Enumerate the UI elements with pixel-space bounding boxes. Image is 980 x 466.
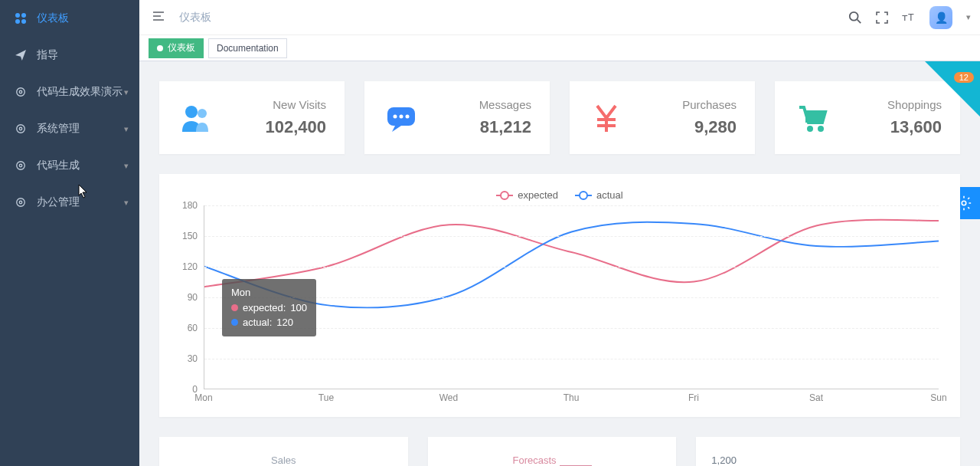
stat-value: 81,212 bbox=[479, 117, 531, 137]
chat-icon bbox=[383, 100, 420, 136]
panel-label: Forecasts bbox=[512, 455, 556, 466]
stat-card-visits[interactable]: New Visits 102,400 bbox=[159, 81, 345, 154]
svg-point-18 bbox=[962, 201, 966, 205]
tab-label: 仪表板 bbox=[168, 41, 195, 54]
svg-point-26 bbox=[807, 126, 813, 132]
caret-down-icon[interactable]: ▾ bbox=[966, 12, 971, 22]
sidebar-item-dashboard[interactable]: 仪表板 bbox=[0, 0, 139, 37]
legend-label: actual bbox=[596, 189, 623, 201]
stat-title: New Visits bbox=[265, 98, 326, 111]
breadcrumb: 仪表板 bbox=[179, 11, 211, 25]
tooltip-title: Mon bbox=[231, 285, 307, 300]
svg-point-2 bbox=[15, 19, 20, 24]
stat-text: Purchases 9,280 bbox=[682, 98, 737, 137]
tooltip-row: expected: 100 bbox=[231, 300, 307, 316]
tooltip-value: 120 bbox=[276, 315, 293, 330]
gear-icon bbox=[14, 87, 28, 97]
chart-body[interactable]: 0306090120150180 MonTueWedThuFriSatSun M… bbox=[175, 205, 945, 405]
svg-point-9 bbox=[19, 164, 22, 167]
svg-line-16 bbox=[858, 19, 861, 23]
avatar[interactable]: 👤 bbox=[929, 6, 952, 29]
x-axis: MonTueWedThuFriSatSun bbox=[204, 392, 939, 405]
svg-point-15 bbox=[850, 11, 858, 20]
svg-point-11 bbox=[19, 201, 22, 204]
sidebar-item-office[interactable]: 办公管理 ▾ bbox=[0, 184, 139, 221]
legend-marker-icon bbox=[575, 195, 592, 196]
svg-point-3 bbox=[21, 19, 26, 24]
sidebar-item-codegen-demo[interactable]: 代码生成效果演示 ▾ bbox=[0, 74, 139, 110]
legend-actual[interactable]: actual bbox=[575, 189, 623, 201]
stats-row: New Visits 102,400 Messages 81,212 Purch… bbox=[159, 81, 960, 154]
svg-point-7 bbox=[19, 127, 22, 130]
svg-point-20 bbox=[198, 109, 207, 118]
content: 12 New Visits 102,400 Messages 8 bbox=[139, 61, 980, 466]
tooltip-row: actual: 120 bbox=[231, 315, 307, 330]
svg-point-22 bbox=[394, 114, 397, 118]
svg-point-10 bbox=[17, 199, 25, 207]
stat-card-messages[interactable]: Messages 81,212 bbox=[364, 81, 550, 154]
tab-documentation[interactable]: Documentation bbox=[208, 38, 287, 58]
search-icon[interactable] bbox=[848, 11, 862, 25]
svg-point-5 bbox=[19, 90, 22, 94]
stat-title: Purchases bbox=[682, 98, 737, 111]
stat-card-purchases[interactable]: Purchases 9,280 bbox=[570, 81, 755, 154]
sidebar-item-label: 系统管理 bbox=[37, 122, 80, 136]
badge-count: 12 bbox=[954, 72, 974, 83]
tooltip-label: actual: bbox=[243, 315, 272, 330]
svg-point-4 bbox=[17, 88, 25, 97]
chart-tooltip: Mon expected: 100 actual: 120 bbox=[222, 279, 316, 336]
main: 仪表板 ᴛT 👤 ▾ 仪表板 Documentation 12 bbox=[139, 0, 980, 466]
sidebar: 仪表板 指导 代码生成效果演示 ▾ 系统管理 ▾ 代码生成 ▾ 办公管理 ▾ bbox=[0, 0, 139, 466]
svg-point-6 bbox=[17, 125, 25, 133]
stat-text: Messages 81,212 bbox=[479, 98, 531, 137]
sidebar-item-system[interactable]: 系统管理 ▾ bbox=[0, 110, 139, 147]
dashboard-icon bbox=[14, 12, 28, 25]
sidebar-item-codegen[interactable]: 代码生成 ▾ bbox=[0, 147, 139, 184]
svg-point-1 bbox=[21, 13, 26, 18]
sidebar-item-label: 代码生成 bbox=[37, 159, 80, 172]
svg-point-23 bbox=[400, 114, 403, 118]
svg-point-27 bbox=[818, 126, 824, 132]
gear-icon bbox=[14, 197, 28, 208]
stat-value: 102,400 bbox=[265, 117, 326, 137]
fullscreen-icon[interactable] bbox=[876, 11, 888, 24]
stat-value: 13,600 bbox=[887, 117, 942, 137]
sidebar-item-label: 办公管理 bbox=[37, 195, 80, 209]
sidebar-item-label: 指导 bbox=[37, 48, 58, 62]
y-axis: 0306090120150180 bbox=[175, 205, 201, 389]
tooltip-label: expected: bbox=[243, 300, 286, 316]
sidebar-item-label: 代码生成效果演示 bbox=[37, 85, 122, 99]
panel-number[interactable]: 1,200 bbox=[696, 437, 960, 466]
svg-text:ᴛT: ᴛT bbox=[902, 12, 914, 23]
cart-icon bbox=[793, 100, 830, 136]
legend-marker-icon bbox=[496, 195, 513, 196]
bottom-panels: Sales Forecasts 1,200 bbox=[159, 437, 960, 466]
topbar: 仪表板 ᴛT 👤 ▾ bbox=[139, 0, 980, 35]
dot-icon bbox=[231, 319, 238, 326]
panel-forecasts[interactable]: Forecasts bbox=[428, 437, 677, 466]
people-icon bbox=[178, 100, 214, 136]
legend-expected[interactable]: expected bbox=[496, 189, 558, 201]
panel-label: 1,200 bbox=[711, 455, 737, 466]
corner-badge[interactable]: 12 bbox=[925, 61, 980, 116]
panel-sales[interactable]: Sales bbox=[159, 437, 408, 466]
chevron-down-icon: ▾ bbox=[124, 124, 129, 134]
svg-point-0 bbox=[15, 13, 20, 18]
topbar-actions: ᴛT 👤 ▾ bbox=[848, 6, 971, 29]
stat-title: Messages bbox=[479, 98, 531, 111]
chevron-down-icon: ▾ bbox=[124, 161, 129, 171]
panel-label: Sales bbox=[271, 455, 296, 466]
tabs: 仪表板 Documentation bbox=[139, 35, 980, 61]
legend-label: expected bbox=[518, 189, 558, 201]
svg-point-19 bbox=[185, 106, 198, 118]
svg-rect-25 bbox=[805, 112, 824, 123]
sidebar-item-guide[interactable]: 指导 bbox=[0, 37, 139, 74]
hamburger-icon[interactable] bbox=[149, 6, 168, 29]
line-chart: expected actual 0306090120150180 MonTueW… bbox=[159, 174, 960, 417]
stat-value: 9,280 bbox=[682, 117, 737, 137]
chevron-down-icon: ▾ bbox=[124, 198, 129, 208]
text-size-icon[interactable]: ᴛT bbox=[902, 11, 916, 24]
gear-icon bbox=[14, 123, 28, 134]
stat-text: New Visits 102,400 bbox=[265, 98, 326, 137]
tab-dashboard[interactable]: 仪表板 bbox=[149, 38, 204, 58]
